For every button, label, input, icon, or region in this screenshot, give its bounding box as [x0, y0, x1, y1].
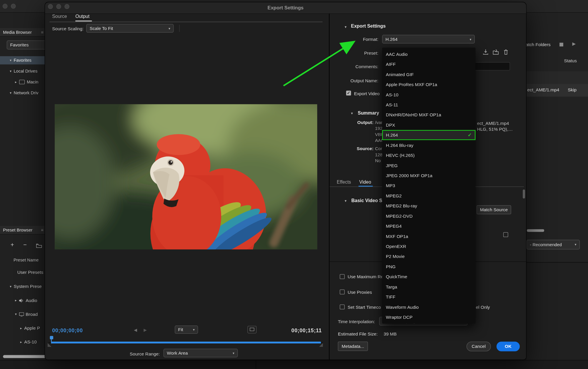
format-option[interactable]: AAC Audio: [382, 49, 475, 59]
format-option[interactable]: QuickTime: [382, 271, 475, 281]
format-option[interactable]: OpenEXR: [382, 241, 475, 251]
new-folder-icon[interactable]: [36, 244, 42, 248]
delete-preset-icon[interactable]: [503, 49, 509, 55]
estimated-file-size-label: Estimated File Size:: [338, 331, 378, 337]
stop-icon[interactable]: [559, 43, 563, 46]
preset-row-apple[interactable]: ▸ Apple P: [0, 323, 46, 334]
basic-video-section-header[interactable]: Basic Video Se: [352, 198, 385, 203]
chevron-down-icon[interactable]: ▾: [10, 91, 11, 95]
format-option[interactable]: DPX: [382, 120, 475, 130]
sidebar-item-local-drives[interactable]: ▾ Local Drives: [0, 67, 46, 75]
horizontal-scrollbar[interactable]: [3, 355, 50, 358]
format-option[interactable]: HEVC (H.265): [382, 150, 475, 160]
prev-frame-icon[interactable]: ◀: [134, 328, 137, 333]
tab-output[interactable]: Output: [75, 14, 89, 19]
chevron-right-icon[interactable]: ▸: [20, 340, 22, 344]
format-option-label: AS-10: [386, 92, 399, 97]
favorites-dropdown[interactable]: Favorites: [7, 41, 46, 50]
export-settings-section-header[interactable]: Export Settings: [351, 24, 386, 29]
format-option[interactable]: Apple ProRes MXF OP1a: [382, 79, 475, 89]
format-option[interactable]: AIFF: [382, 59, 475, 69]
queue-row[interactable]: ect_AME/1.mp4 Skip: [527, 84, 588, 97]
format-option[interactable]: MPEG2-DVD: [382, 211, 475, 221]
chevron-down-icon[interactable]: ▾: [15, 312, 17, 316]
chevron-right-icon[interactable]: ▸: [15, 80, 17, 84]
format-option[interactable]: MXF OP1a: [382, 231, 475, 241]
use-proxies-checkbox[interactable]: [340, 289, 345, 294]
format-dropdown[interactable]: H.264 ▾: [382, 35, 475, 43]
dialog-titlebar[interactable]: Export Settings: [45, 2, 526, 14]
match-source-button[interactable]: Match Source: [477, 205, 511, 214]
use-max-render-checkbox[interactable]: [340, 274, 345, 279]
preset-row-as10[interactable]: ▸ AS-10: [0, 336, 46, 348]
panel-menu-icon[interactable]: ≡: [41, 30, 44, 34]
timeline-bar[interactable]: [51, 342, 321, 343]
chevron-down-icon[interactable]: ▾: [351, 111, 353, 115]
chevron-right-icon[interactable]: ▸: [15, 298, 17, 302]
save-preset-icon[interactable]: [483, 49, 489, 55]
tab-video[interactable]: Video: [359, 180, 371, 185]
set-start-timecode-checkbox[interactable]: [340, 304, 345, 309]
format-option[interactable]: Wraptor DCP: [382, 312, 475, 322]
metadata-button[interactable]: Metadata...: [338, 342, 368, 351]
format-option[interactable]: MPEG2: [382, 191, 475, 201]
vertical-scrollbar-thumb[interactable]: [523, 189, 525, 199]
format-option[interactable]: PNG: [382, 261, 475, 271]
format-option[interactable]: H.264 Blu-ray: [382, 140, 475, 150]
next-frame-icon[interactable]: ▶: [144, 328, 147, 333]
preset-row-broadcast[interactable]: ▾ Broad: [0, 309, 46, 320]
format-option[interactable]: P2 Movie: [382, 251, 475, 261]
chevron-down-icon[interactable]: ▾: [345, 25, 347, 29]
play-icon[interactable]: ▶: [572, 41, 576, 46]
trim-out-handle[interactable]: [319, 343, 323, 347]
format-option[interactable]: Targa: [382, 282, 475, 292]
zoom-level-dropdown[interactable]: Fit ▾: [175, 326, 198, 334]
queue-preset-dropdown[interactable]: - Recommended ▾: [527, 240, 580, 249]
render-option-checkbox[interactable]: [503, 232, 508, 237]
chevron-down-icon[interactable]: ▾: [345, 199, 347, 203]
source-scaling-dropdown[interactable]: Scale To Fit ▾: [86, 24, 174, 33]
format-option[interactable]: MP3: [382, 181, 475, 191]
preset-row-user-presets[interactable]: User Presets: [0, 267, 46, 278]
trim-in-handle[interactable]: [48, 343, 51, 347]
sidebar-item-favorites[interactable]: ▾ Favorites: [0, 56, 46, 64]
chevron-right-icon[interactable]: ▸: [20, 326, 22, 330]
format-option[interactable]: TIFF: [382, 292, 475, 302]
format-option[interactable]: AS-10: [382, 90, 475, 100]
remove-preset-button[interactable]: −: [23, 241, 27, 248]
current-timecode[interactable]: 00;00;00;00: [52, 327, 83, 333]
import-preset-icon[interactable]: [493, 49, 499, 55]
source-range-dropdown[interactable]: Work Area ▾: [164, 349, 238, 357]
chevron-down-icon[interactable]: ▾: [10, 285, 11, 289]
bg-traffic-light-1[interactable]: [3, 4, 8, 9]
ok-button[interactable]: OK: [497, 342, 520, 351]
chevron-down-icon[interactable]: ▾: [10, 58, 11, 62]
sidebar-item-macintosh[interactable]: ▸ Macin: [0, 78, 46, 86]
format-option[interactable]: DNxHR/DNxHD MXF OP1a: [382, 110, 475, 120]
format-option-selected[interactable]: H.264 ✓: [382, 130, 475, 140]
export-video-checkbox[interactable]: ✓: [346, 91, 351, 96]
preset-row-audio[interactable]: ▸ Audio: [0, 295, 46, 306]
format-option[interactable]: AS-11: [382, 100, 475, 110]
bg-traffic-light-2[interactable]: [11, 4, 16, 9]
preset-name-column-header[interactable]: Preset Name: [14, 258, 39, 262]
crop-button[interactable]: [247, 326, 256, 333]
sidebar-item-network-drives[interactable]: ▾ Network Driv: [0, 89, 46, 97]
queue-horizontal-scrollbar[interactable]: [527, 229, 544, 232]
format-option[interactable]: JPEG: [382, 160, 475, 170]
tab-effects[interactable]: Effects: [337, 180, 351, 185]
summary-section-header[interactable]: Summary: [358, 110, 379, 116]
playhead-handle[interactable]: [50, 336, 53, 339]
add-preset-button[interactable]: +: [11, 241, 14, 248]
format-option[interactable]: MPEG4: [382, 221, 475, 231]
format-option[interactable]: Animated GIF: [382, 69, 475, 79]
preset-row-system-presets[interactable]: ▾ System Prese: [0, 281, 46, 292]
tab-source[interactable]: Source: [52, 14, 67, 19]
summary-row-text: /var: [375, 120, 383, 126]
format-option[interactable]: JPEG 2000 MXF OP1a: [382, 170, 475, 180]
cancel-button[interactable]: Cancel: [467, 342, 491, 351]
panel-menu-icon[interactable]: ≡: [41, 228, 44, 232]
format-option[interactable]: MPEG2 Blu-ray: [382, 201, 475, 211]
format-option[interactable]: Waveform Audio: [382, 302, 475, 312]
chevron-down-icon[interactable]: ▾: [10, 69, 11, 73]
